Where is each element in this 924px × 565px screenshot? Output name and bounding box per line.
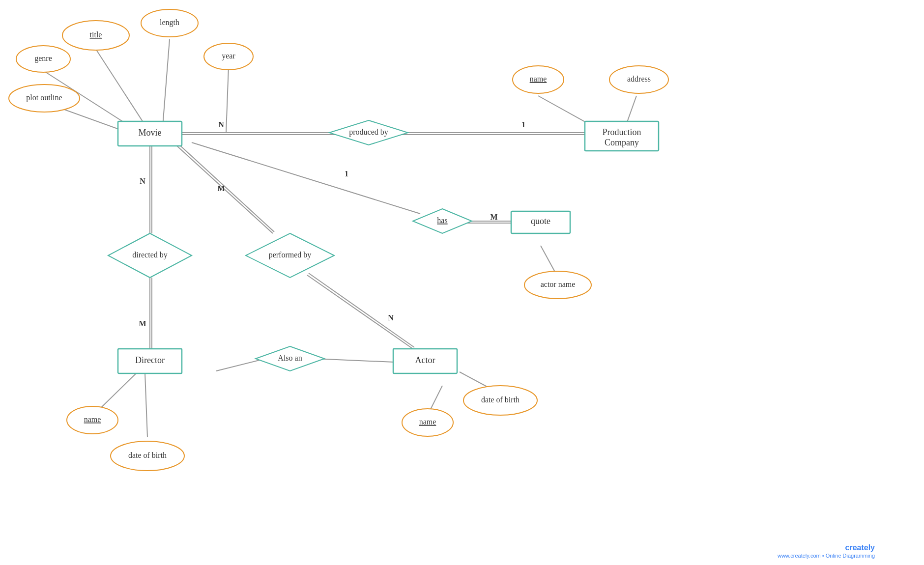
prod-address-text: address — [627, 75, 651, 83]
also-an-label: Also an — [278, 354, 302, 362]
production-company-label2: Company — [605, 138, 639, 147]
cardinality-m-has-quote: M — [490, 213, 497, 221]
svg-line-16 — [179, 144, 274, 232]
actor-dob-text: date of birth — [481, 396, 520, 404]
has-label: has — [437, 216, 447, 225]
title-text: title — [90, 30, 102, 39]
genre-text: genre — [34, 54, 52, 63]
actor-name-text: name — [419, 418, 436, 426]
svg-line-18 — [309, 273, 414, 347]
creately-brand: creately — [845, 543, 875, 552]
actor-label: Actor — [415, 355, 435, 365]
svg-line-26 — [145, 373, 147, 437]
performed-by-label: performed by — [269, 251, 312, 259]
production-company-label: Production — [603, 127, 641, 137]
director-name-text: name — [84, 415, 101, 424]
directed-by-label: directed by — [132, 251, 168, 259]
svg-line-28 — [430, 386, 442, 410]
cardinality-m-dir-movie: M — [139, 319, 146, 328]
plot-outline-text: plot outline — [26, 93, 62, 102]
year-text: year — [222, 52, 235, 60]
svg-line-25 — [96, 372, 138, 413]
cardinality-n-perf-actor: N — [388, 313, 394, 322]
svg-line-23 — [216, 359, 265, 371]
cardinality-m-movie-perf: M — [217, 184, 225, 193]
svg-line-17 — [307, 275, 413, 349]
cardinality-1-prod-comp: 1 — [521, 120, 525, 129]
svg-line-3 — [226, 66, 229, 133]
director-dob-text: date of birth — [128, 451, 167, 459]
svg-line-1 — [162, 39, 170, 133]
produced-by-label: produced by — [349, 128, 388, 137]
svg-line-19 — [192, 142, 420, 214]
cardinality-1-movie-has: 1 — [345, 170, 348, 178]
prod-name-text: name — [530, 75, 547, 83]
cardinality-n-movie-prod: N — [218, 120, 224, 129]
svg-line-22 — [541, 246, 555, 273]
director-label: Director — [135, 355, 165, 365]
cardinality-n-movie-dir: N — [140, 177, 145, 185]
movie-label: Movie — [139, 128, 162, 138]
actor-name-quote-text: actor name — [541, 280, 576, 288]
quote-label: quote — [531, 216, 550, 226]
creately-url: www.creately.com • Online Diagramming — [777, 553, 875, 559]
length-text: length — [160, 18, 179, 27]
svg-line-0 — [96, 49, 150, 133]
